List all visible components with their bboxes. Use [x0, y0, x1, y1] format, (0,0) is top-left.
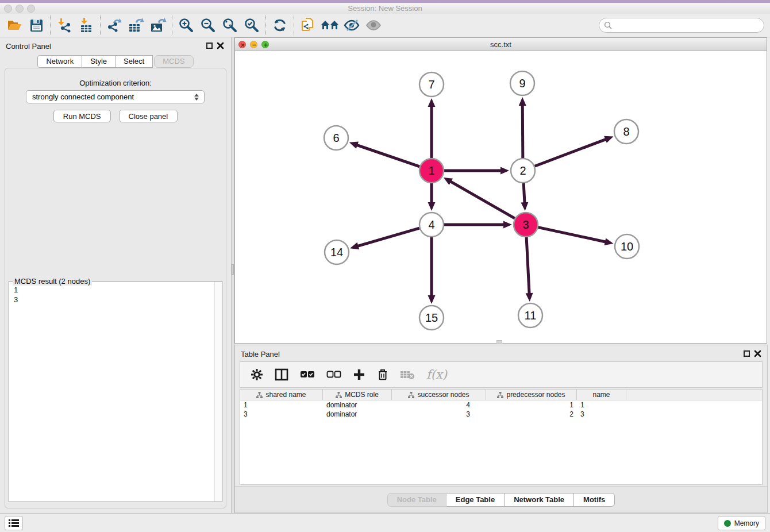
zoom-in-button[interactable] [175, 15, 197, 36]
first-neighbors-button[interactable] [319, 15, 341, 36]
show-all-button[interactable] [363, 15, 384, 36]
graph-node-3[interactable]: 3 [514, 213, 538, 237]
graph-node-7[interactable]: 7 [419, 72, 444, 97]
close-panel-button[interactable]: Close panel [119, 110, 178, 122]
add-row-button[interactable] [353, 368, 365, 381]
show-task-history-button[interactable] [5, 516, 23, 530]
toolbar-separator [294, 16, 294, 35]
table-cell[interactable]: 4 [392, 400, 486, 410]
open-session-button[interactable] [3, 15, 25, 36]
tab-mcds[interactable]: MCDS [154, 55, 193, 68]
optimization-criterion-label: Optimization criterion: [5, 79, 226, 87]
table-cell[interactable]: 2 [486, 410, 577, 419]
network-canvas[interactable]: 7968124314101511 [235, 51, 767, 343]
close-table-panel-icon[interactable] [754, 350, 761, 357]
tab-style[interactable]: Style [82, 55, 116, 68]
table-cell[interactable]: 1 [577, 400, 626, 410]
graph-edge[interactable] [357, 228, 419, 246]
graph-node-11[interactable]: 11 [518, 303, 542, 327]
optimization-criterion-select[interactable]: strongly connected component [26, 90, 205, 103]
graph-node-1[interactable]: 1 [419, 159, 444, 183]
tab-edge-table[interactable]: Edge Table [446, 493, 505, 507]
table-settings-button[interactable] [251, 368, 263, 381]
delete-rows-button[interactable] [377, 368, 388, 381]
delete-table-button[interactable] [400, 369, 415, 380]
graph-node-4[interactable]: 4 [419, 213, 444, 237]
network-canvas-svg: 7968124314101511 [235, 51, 767, 344]
graph-edge[interactable] [523, 183, 525, 203]
tab-network[interactable]: Network [37, 55, 82, 68]
table-cell[interactable]: 1 [486, 400, 577, 410]
table-cell[interactable]: 3 [240, 410, 323, 419]
graph-node-2[interactable]: 2 [511, 159, 535, 183]
splitter-grip[interactable] [232, 264, 234, 275]
graph-edge[interactable] [538, 228, 606, 242]
new-network-from-selection-button[interactable] [297, 15, 319, 36]
graph-node-15[interactable]: 15 [419, 306, 444, 330]
tab-motifs[interactable]: Motifs [574, 493, 615, 507]
graph-edge-arrow [503, 221, 512, 229]
graph-node-10[interactable]: 10 [615, 234, 639, 259]
float-table-panel-icon[interactable] [744, 350, 750, 357]
list-icon [9, 519, 19, 527]
apply-layout-button[interactable] [269, 15, 291, 36]
eye-slash-icon [343, 18, 360, 32]
tab-select[interactable]: Select [116, 55, 153, 68]
graph-edge[interactable] [450, 181, 515, 218]
column-header-shared-name[interactable]: shared name [240, 390, 323, 400]
float-panel-icon[interactable] [206, 43, 213, 49]
graph-node-8[interactable]: 8 [614, 119, 638, 144]
import-network-button[interactable] [53, 15, 75, 36]
import-table-button[interactable] [75, 15, 97, 36]
memory-status-icon [724, 520, 731, 527]
table-cell[interactable]: 3 [577, 410, 626, 419]
zoom-selected-button[interactable] [241, 15, 263, 36]
close-panel-icon[interactable] [217, 42, 224, 49]
column-header-MCDS-role[interactable]: MCDS role [323, 390, 392, 400]
show-columns-button[interactable] [275, 368, 288, 381]
mcds-result-text[interactable]: 1 3 [9, 283, 214, 502]
select-all-button[interactable] [300, 370, 315, 379]
export-network-button[interactable] [103, 15, 125, 36]
zoom-out-button[interactable] [197, 15, 219, 36]
export-table-button[interactable] [125, 15, 147, 36]
graph-edge[interactable] [522, 105, 523, 158]
table-cell[interactable]: dominator [323, 400, 392, 410]
horizontal-splitter-grip[interactable] [496, 340, 502, 344]
tab-network-table[interactable]: Network Table [505, 493, 574, 507]
function-builder-button[interactable]: f(x) [426, 368, 447, 381]
table-row[interactable]: 1dominator411 [240, 400, 762, 410]
network-view-window: scc.txt 7968124314101511 [234, 37, 767, 344]
deselect-all-button[interactable] [326, 370, 341, 379]
search-field[interactable] [599, 18, 764, 33]
graph-edge[interactable] [526, 237, 529, 294]
table-cell[interactable]: 3 [392, 410, 486, 419]
plus-icon [353, 368, 365, 381]
network-window-titlebar[interactable]: scc.txt [235, 38, 767, 51]
zoom-selected-icon [244, 17, 260, 33]
graph-node-9[interactable]: 9 [510, 71, 534, 95]
graph-node-14[interactable]: 14 [325, 240, 349, 264]
graph-edge[interactable] [356, 145, 419, 167]
run-mcds-button[interactable]: Run MCDS [53, 110, 111, 122]
tab-node-table[interactable]: Node Table [387, 493, 446, 507]
export-network-icon [106, 17, 123, 33]
node-table[interactable]: shared nameMCDS rolesuccessor nodesprede… [240, 389, 763, 485]
search-input[interactable] [615, 21, 764, 30]
hide-selected-button[interactable] [341, 15, 363, 36]
column-header-successor-nodes[interactable]: successor nodes [392, 390, 486, 400]
save-session-button[interactable] [25, 15, 47, 36]
export-image-button[interactable] [147, 15, 169, 36]
zoom-fit-button[interactable] [219, 15, 241, 36]
column-header-predecessor-nodes[interactable]: predecessor nodes [486, 390, 577, 400]
graph-edge-arrow [428, 98, 436, 107]
graph-node-6[interactable]: 6 [324, 126, 348, 150]
column-header-name[interactable]: name [577, 390, 626, 400]
result-scrollbar[interactable] [214, 282, 222, 502]
table-row[interactable]: 3dominator323 [240, 410, 762, 419]
table-cell[interactable]: 1 [240, 400, 323, 410]
graph-edge[interactable] [535, 139, 607, 166]
svg-text:14: 14 [330, 246, 343, 259]
memory-button[interactable]: Memory [718, 516, 765, 530]
table-cell[interactable]: dominator [323, 410, 392, 419]
